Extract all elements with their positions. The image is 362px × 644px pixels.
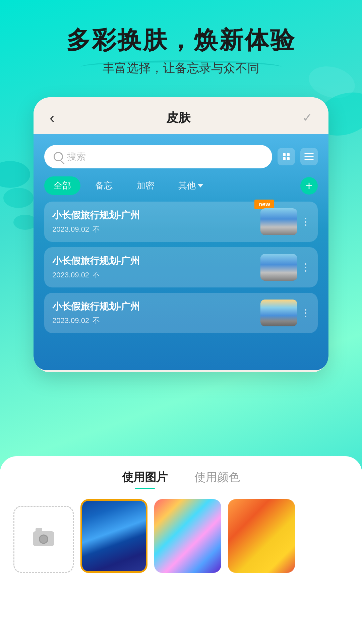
note-info-3: 小长假旅行规划-广州 2023.09.02 不 (52, 300, 255, 326)
app-title: 皮肤 (166, 110, 190, 126)
city-image-1 (260, 208, 297, 235)
more-dot (305, 312, 306, 314)
phone-mockup: ‹ 皮肤 ✓ 搜索 (34, 97, 328, 372)
more-dot (305, 309, 306, 311)
menu-line (304, 156, 314, 157)
more-menu-button-1[interactable] (301, 214, 310, 229)
upload-photo-button[interactable] (13, 506, 74, 573)
note-card-3[interactable]: 小长假旅行规划-广州 2023.09.02 不 (44, 293, 318, 333)
filter-tabs: 全部 备忘 加密 其他 + (44, 176, 318, 195)
tab-notes[interactable]: 备忘 (86, 176, 122, 195)
grid-row-top (283, 153, 290, 156)
camera-lens (39, 534, 48, 544)
more-dot (305, 316, 306, 317)
camera-body (33, 531, 54, 546)
bottom-tabs: 使用图片 使用颜色 (13, 470, 349, 489)
camera-icon (33, 531, 54, 547)
note-title-3: 小长假旅行规划-广州 (52, 300, 255, 313)
back-button[interactable]: ‹ (50, 109, 55, 126)
more-dot (305, 267, 306, 268)
wallpaper-grid (13, 499, 349, 573)
note-thumbnail-3 (260, 300, 297, 326)
search-placeholder-text: 搜索 (67, 150, 86, 163)
more-dot (305, 270, 306, 272)
menu-line (304, 153, 314, 154)
more-dot (305, 221, 306, 223)
city-image-2 (260, 254, 297, 281)
tab-other[interactable]: 其他 (169, 176, 213, 195)
menu-line (304, 159, 314, 160)
note-card-1[interactable]: 小长假旅行规划-广州 2023.09.02 不 new (44, 202, 318, 242)
app-content-area: 搜索 全部 备忘 加密 (34, 134, 328, 370)
main-title: 多彩换肤，焕新体验 (0, 27, 362, 53)
note-flag-2: 不 (93, 270, 100, 280)
bg-decoration-left2 (3, 188, 34, 208)
note-thumbnail-1 (260, 208, 297, 235)
note-meta-3: 2023.09.02 不 (52, 316, 255, 326)
chevron-down-icon (198, 184, 203, 187)
search-icon (54, 152, 63, 161)
search-row: 搜索 (44, 145, 318, 168)
grid-view-button[interactable] (278, 148, 295, 165)
note-flag-1: 不 (93, 224, 100, 234)
bg-decoration-left1 (0, 161, 30, 188)
new-badge: new (254, 200, 274, 209)
more-dot (305, 263, 306, 265)
note-info-1: 小长假旅行规划-广州 2023.09.02 不 (52, 209, 255, 234)
wallpaper-orange[interactable] (228, 499, 295, 573)
menu-button[interactable] (300, 148, 318, 165)
search-bar[interactable]: 搜索 (44, 145, 272, 168)
wallpaper-colorful-preview (154, 499, 221, 573)
app-header: ‹ 皮肤 ✓ (34, 97, 328, 134)
wallpaper-blue-preview (82, 501, 146, 571)
note-info-2: 小长假旅行规划-广州 2023.09.02 不 (52, 255, 255, 280)
grid-dot (283, 153, 286, 156)
note-date-1: 2023.09.02 (52, 225, 89, 234)
tab-use-image[interactable]: 使用图片 (122, 470, 168, 489)
more-menu-button-3[interactable] (301, 306, 310, 321)
header-wave-decoration (80, 60, 282, 74)
wallpaper-colorful[interactable] (154, 499, 221, 573)
note-date-2: 2023.09.02 (52, 271, 89, 279)
camera-bump (36, 528, 42, 532)
bottom-section: 使用图片 使用颜色 (0, 456, 362, 644)
more-dot (305, 224, 306, 226)
tab-all[interactable]: 全部 (44, 176, 80, 195)
note-title-2: 小长假旅行规划-广州 (52, 255, 255, 267)
grid-dot (287, 157, 290, 160)
note-meta-2: 2023.09.02 不 (52, 270, 255, 280)
header-section: 多彩换肤，焕新体验 丰富选择，让备忘录与众不同 (0, 0, 362, 76)
grid-row-bottom (283, 157, 290, 160)
wallpaper-orange-preview (228, 499, 295, 573)
note-title-1: 小长假旅行规划-广州 (52, 209, 255, 222)
tab-encrypted[interactable]: 加密 (127, 176, 164, 195)
add-category-button[interactable]: + (300, 177, 318, 195)
city-image-3 (260, 300, 297, 326)
grid-dot (287, 153, 290, 156)
wallpaper-blue[interactable] (80, 499, 147, 573)
more-dot (305, 218, 306, 219)
note-flag-3: 不 (93, 316, 100, 326)
check-button[interactable]: ✓ (302, 111, 312, 125)
note-meta-1: 2023.09.02 不 (52, 224, 255, 234)
more-menu-button-2[interactable] (301, 260, 310, 275)
note-date-3: 2023.09.02 (52, 316, 89, 325)
tab-use-color[interactable]: 使用颜色 (194, 470, 240, 489)
grid-dot (283, 157, 286, 160)
note-thumbnail-2 (260, 254, 297, 281)
note-card-2[interactable]: 小长假旅行规划-广州 2023.09.02 不 (44, 247, 318, 287)
